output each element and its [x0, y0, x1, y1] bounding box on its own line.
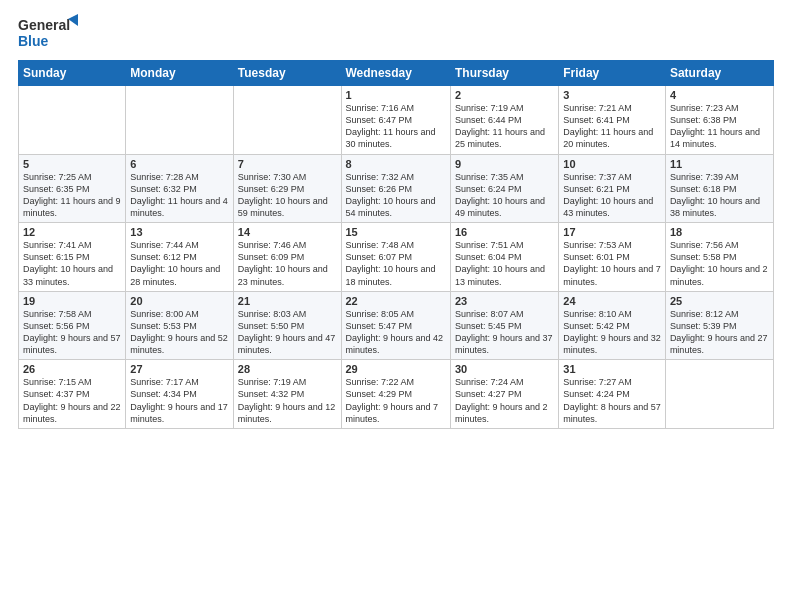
calendar-cell: 31Sunrise: 7:27 AM Sunset: 4:24 PM Dayli… — [559, 360, 666, 429]
calendar-cell — [19, 86, 126, 155]
day-info: Sunrise: 8:05 AM Sunset: 5:47 PM Dayligh… — [346, 308, 446, 357]
weekday-header-row: SundayMondayTuesdayWednesdayThursdayFrid… — [19, 61, 774, 86]
page: GeneralBlue SundayMondayTuesdayWednesday… — [0, 0, 792, 612]
calendar-table: SundayMondayTuesdayWednesdayThursdayFrid… — [18, 60, 774, 429]
day-info: Sunrise: 7:56 AM Sunset: 5:58 PM Dayligh… — [670, 239, 769, 288]
day-number: 19 — [23, 295, 121, 307]
day-number: 18 — [670, 226, 769, 238]
week-row-3: 12Sunrise: 7:41 AM Sunset: 6:15 PM Dayli… — [19, 223, 774, 292]
weekday-header-monday: Monday — [126, 61, 233, 86]
day-info: Sunrise: 7:44 AM Sunset: 6:12 PM Dayligh… — [130, 239, 228, 288]
day-number: 21 — [238, 295, 337, 307]
calendar-cell: 21Sunrise: 8:03 AM Sunset: 5:50 PM Dayli… — [233, 291, 341, 360]
day-number: 7 — [238, 158, 337, 170]
day-info: Sunrise: 7:17 AM Sunset: 4:34 PM Dayligh… — [130, 376, 228, 425]
day-info: Sunrise: 8:07 AM Sunset: 5:45 PM Dayligh… — [455, 308, 554, 357]
day-number: 31 — [563, 363, 661, 375]
day-info: Sunrise: 7:35 AM Sunset: 6:24 PM Dayligh… — [455, 171, 554, 220]
calendar-cell: 7Sunrise: 7:30 AM Sunset: 6:29 PM Daylig… — [233, 154, 341, 223]
calendar-cell: 29Sunrise: 7:22 AM Sunset: 4:29 PM Dayli… — [341, 360, 450, 429]
day-number: 25 — [670, 295, 769, 307]
day-info: Sunrise: 8:00 AM Sunset: 5:53 PM Dayligh… — [130, 308, 228, 357]
week-row-1: 1Sunrise: 7:16 AM Sunset: 6:47 PM Daylig… — [19, 86, 774, 155]
day-number: 6 — [130, 158, 228, 170]
svg-text:General: General — [18, 17, 70, 33]
calendar-cell: 26Sunrise: 7:15 AM Sunset: 4:37 PM Dayli… — [19, 360, 126, 429]
day-number: 2 — [455, 89, 554, 101]
week-row-2: 5Sunrise: 7:25 AM Sunset: 6:35 PM Daylig… — [19, 154, 774, 223]
calendar-cell: 16Sunrise: 7:51 AM Sunset: 6:04 PM Dayli… — [450, 223, 558, 292]
calendar-cell: 11Sunrise: 7:39 AM Sunset: 6:18 PM Dayli… — [665, 154, 773, 223]
calendar-cell: 14Sunrise: 7:46 AM Sunset: 6:09 PM Dayli… — [233, 223, 341, 292]
day-info: Sunrise: 7:24 AM Sunset: 4:27 PM Dayligh… — [455, 376, 554, 425]
calendar-cell — [665, 360, 773, 429]
day-info: Sunrise: 7:16 AM Sunset: 6:47 PM Dayligh… — [346, 102, 446, 151]
day-info: Sunrise: 7:15 AM Sunset: 4:37 PM Dayligh… — [23, 376, 121, 425]
calendar-cell: 1Sunrise: 7:16 AM Sunset: 6:47 PM Daylig… — [341, 86, 450, 155]
day-info: Sunrise: 8:10 AM Sunset: 5:42 PM Dayligh… — [563, 308, 661, 357]
day-number: 8 — [346, 158, 446, 170]
day-info: Sunrise: 7:30 AM Sunset: 6:29 PM Dayligh… — [238, 171, 337, 220]
day-info: Sunrise: 7:25 AM Sunset: 6:35 PM Dayligh… — [23, 171, 121, 220]
day-info: Sunrise: 7:46 AM Sunset: 6:09 PM Dayligh… — [238, 239, 337, 288]
calendar-cell: 27Sunrise: 7:17 AM Sunset: 4:34 PM Dayli… — [126, 360, 233, 429]
day-number: 28 — [238, 363, 337, 375]
day-info: Sunrise: 7:19 AM Sunset: 6:44 PM Dayligh… — [455, 102, 554, 151]
calendar-cell: 12Sunrise: 7:41 AM Sunset: 6:15 PM Dayli… — [19, 223, 126, 292]
day-number: 23 — [455, 295, 554, 307]
day-info: Sunrise: 7:27 AM Sunset: 4:24 PM Dayligh… — [563, 376, 661, 425]
day-info: Sunrise: 7:48 AM Sunset: 6:07 PM Dayligh… — [346, 239, 446, 288]
weekday-header-friday: Friday — [559, 61, 666, 86]
day-info: Sunrise: 7:41 AM Sunset: 6:15 PM Dayligh… — [23, 239, 121, 288]
day-info: Sunrise: 8:03 AM Sunset: 5:50 PM Dayligh… — [238, 308, 337, 357]
calendar-cell: 15Sunrise: 7:48 AM Sunset: 6:07 PM Dayli… — [341, 223, 450, 292]
day-number: 13 — [130, 226, 228, 238]
calendar-cell: 4Sunrise: 7:23 AM Sunset: 6:38 PM Daylig… — [665, 86, 773, 155]
calendar-cell: 20Sunrise: 8:00 AM Sunset: 5:53 PM Dayli… — [126, 291, 233, 360]
day-number: 24 — [563, 295, 661, 307]
day-number: 9 — [455, 158, 554, 170]
day-number: 29 — [346, 363, 446, 375]
calendar-cell: 18Sunrise: 7:56 AM Sunset: 5:58 PM Dayli… — [665, 223, 773, 292]
day-number: 14 — [238, 226, 337, 238]
day-info: Sunrise: 7:19 AM Sunset: 4:32 PM Dayligh… — [238, 376, 337, 425]
day-number: 1 — [346, 89, 446, 101]
header: GeneralBlue — [18, 10, 774, 54]
calendar-cell: 5Sunrise: 7:25 AM Sunset: 6:35 PM Daylig… — [19, 154, 126, 223]
svg-text:Blue: Blue — [18, 33, 49, 49]
day-number: 15 — [346, 226, 446, 238]
day-info: Sunrise: 7:39 AM Sunset: 6:18 PM Dayligh… — [670, 171, 769, 220]
day-number: 17 — [563, 226, 661, 238]
calendar-cell: 24Sunrise: 8:10 AM Sunset: 5:42 PM Dayli… — [559, 291, 666, 360]
day-number: 3 — [563, 89, 661, 101]
day-info: Sunrise: 7:22 AM Sunset: 4:29 PM Dayligh… — [346, 376, 446, 425]
calendar-cell — [126, 86, 233, 155]
calendar-cell: 13Sunrise: 7:44 AM Sunset: 6:12 PM Dayli… — [126, 223, 233, 292]
weekday-header-sunday: Sunday — [19, 61, 126, 86]
day-info: Sunrise: 7:58 AM Sunset: 5:56 PM Dayligh… — [23, 308, 121, 357]
calendar-cell: 10Sunrise: 7:37 AM Sunset: 6:21 PM Dayli… — [559, 154, 666, 223]
week-row-4: 19Sunrise: 7:58 AM Sunset: 5:56 PM Dayli… — [19, 291, 774, 360]
day-number: 26 — [23, 363, 121, 375]
calendar-cell: 23Sunrise: 8:07 AM Sunset: 5:45 PM Dayli… — [450, 291, 558, 360]
day-info: Sunrise: 7:32 AM Sunset: 6:26 PM Dayligh… — [346, 171, 446, 220]
weekday-header-thursday: Thursday — [450, 61, 558, 86]
calendar-cell: 17Sunrise: 7:53 AM Sunset: 6:01 PM Dayli… — [559, 223, 666, 292]
calendar-cell: 30Sunrise: 7:24 AM Sunset: 4:27 PM Dayli… — [450, 360, 558, 429]
day-number: 11 — [670, 158, 769, 170]
day-number: 27 — [130, 363, 228, 375]
calendar-cell — [233, 86, 341, 155]
calendar-cell: 28Sunrise: 7:19 AM Sunset: 4:32 PM Dayli… — [233, 360, 341, 429]
day-number: 22 — [346, 295, 446, 307]
calendar-cell: 19Sunrise: 7:58 AM Sunset: 5:56 PM Dayli… — [19, 291, 126, 360]
day-number: 10 — [563, 158, 661, 170]
day-info: Sunrise: 7:28 AM Sunset: 6:32 PM Dayligh… — [130, 171, 228, 220]
calendar-cell: 6Sunrise: 7:28 AM Sunset: 6:32 PM Daylig… — [126, 154, 233, 223]
day-number: 16 — [455, 226, 554, 238]
day-number: 12 — [23, 226, 121, 238]
calendar-cell: 2Sunrise: 7:19 AM Sunset: 6:44 PM Daylig… — [450, 86, 558, 155]
day-info: Sunrise: 8:12 AM Sunset: 5:39 PM Dayligh… — [670, 308, 769, 357]
day-info: Sunrise: 7:37 AM Sunset: 6:21 PM Dayligh… — [563, 171, 661, 220]
day-info: Sunrise: 7:23 AM Sunset: 6:38 PM Dayligh… — [670, 102, 769, 151]
day-number: 4 — [670, 89, 769, 101]
